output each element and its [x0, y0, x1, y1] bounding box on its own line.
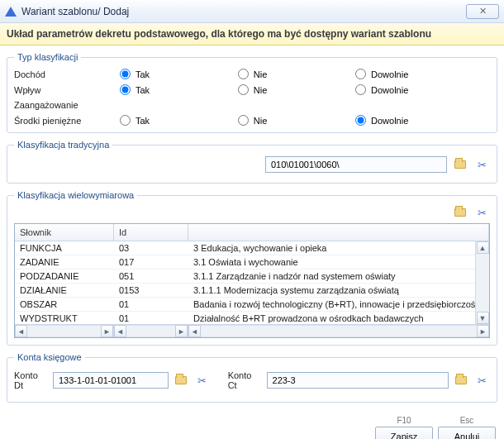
- srodki-dow[interactable]: Dowolnie: [355, 115, 490, 126]
- table-cell: 017: [114, 255, 188, 269]
- row-srodki-label: Środki pieniężne: [14, 116, 113, 126]
- ct-browse-button[interactable]: [454, 373, 469, 388]
- app-triangle-icon: [5, 7, 17, 17]
- mw-browse-button[interactable]: [452, 205, 468, 220]
- trad-browse-button[interactable]: [452, 157, 468, 172]
- folder-icon: [455, 376, 467, 384]
- table-cell: 0153: [114, 284, 188, 297]
- row-wplyw-label: Wpływ: [14, 85, 113, 95]
- table-cell: Badania i rozwój technologiczny (B+RT), …: [188, 298, 489, 311]
- wplyw-dow[interactable]: Dowolnie: [355, 84, 490, 95]
- table-cell: 01: [114, 298, 188, 311]
- dochod-nie[interactable]: Nie: [238, 69, 349, 79]
- col-id[interactable]: Id: [114, 224, 188, 241]
- table-cell: 051: [114, 270, 188, 283]
- typ-legend: Typ klasyfikacji: [14, 52, 81, 62]
- window-title: Wariant szablonu/ Dodaj: [21, 6, 129, 17]
- mw-table: Słownik Id FUNKCJA033 Edukacja, wychowan…: [14, 223, 490, 338]
- table-row[interactable]: ZADANIE0173.1 Oświata i wychowanie: [15, 255, 489, 270]
- table-cell: ZADANIE: [15, 255, 114, 269]
- folder-icon: [175, 376, 187, 384]
- trad-input[interactable]: [265, 156, 447, 173]
- table-cell: WYDSTRUKT: [15, 312, 114, 324]
- close-icon: ✕: [479, 6, 487, 17]
- table-cell: 3.1.1 Zarządzanie i nadzór nad systemem …: [188, 270, 489, 283]
- row-dochod-label: Dochód: [14, 69, 113, 79]
- save-button[interactable]: Zapisz: [375, 427, 433, 439]
- table-cell: OBSZAR: [15, 298, 114, 311]
- table-row[interactable]: DZIAŁANIE01533.1.1.1 Modernizacja system…: [15, 284, 489, 298]
- table-cell: 03: [114, 241, 188, 255]
- scissors-icon: ✂: [478, 375, 487, 386]
- scroll-down-icon[interactable]: ▼: [477, 312, 489, 324]
- dochod-tak[interactable]: Tak: [120, 69, 231, 79]
- table-cell: 3.1 Oświata i wychowanie: [188, 255, 489, 269]
- dt-cut-button[interactable]: ✂: [194, 373, 210, 388]
- table-cell: DZIAŁANIE: [15, 284, 114, 297]
- ct-cut-button[interactable]: ✂: [474, 373, 490, 388]
- folder-icon: [454, 208, 466, 217]
- row-zaang-label: Zaangażowanie: [14, 100, 113, 110]
- mw-legend: Klasyfikacja wielowymiarowa: [14, 190, 137, 200]
- konto-dt-input[interactable]: [53, 372, 169, 389]
- table-row[interactable]: FUNKCJA033 Edukacja, wychowanie i opieka: [15, 241, 489, 255]
- table-row[interactable]: OBSZAR01Badania i rozwój technologiczny …: [15, 298, 489, 312]
- table-vertical-scrollbar[interactable]: ▲ ▼: [475, 241, 489, 324]
- konto-ct-input[interactable]: [267, 372, 449, 389]
- hscroll-slownik[interactable]: ◄►: [15, 325, 114, 337]
- table-cell: FUNKCJA: [15, 241, 114, 255]
- srodki-nie[interactable]: Nie: [238, 115, 349, 126]
- mw-cut-button[interactable]: ✂: [473, 205, 490, 220]
- konta-group: Konta księgowe Konto Dt ✂ Konto Ct ✂: [7, 352, 497, 403]
- table-cell: 3 Edukacja, wychowanie i opieka: [188, 241, 489, 255]
- table-cell: PODZADANIE: [15, 270, 114, 283]
- wplyw-tak[interactable]: Tak: [120, 84, 231, 95]
- table-row[interactable]: WYDSTRUKT01Działalność B+RT prowadzona w…: [15, 312, 489, 324]
- typ-klasyfikacji-group: Typ klasyfikacji Dochód Tak Nie Dowolnie…: [7, 52, 497, 133]
- dochod-dow[interactable]: Dowolnie: [355, 69, 490, 79]
- scissors-icon: ✂: [478, 160, 487, 170]
- wplyw-nie[interactable]: Nie: [238, 84, 349, 95]
- konto-ct-label: Konto Ct: [228, 370, 262, 390]
- table-cell: 01: [114, 312, 188, 324]
- dt-browse-button[interactable]: [174, 373, 189, 388]
- cancel-button[interactable]: Anuluj: [438, 427, 496, 439]
- window-close-button[interactable]: ✕: [466, 4, 499, 19]
- konta-legend: Konta księgowe: [14, 352, 85, 362]
- hscroll-id[interactable]: ◄►: [114, 325, 188, 337]
- col-slownik[interactable]: Słownik: [15, 224, 114, 241]
- trad-cut-button[interactable]: ✂: [473, 157, 490, 172]
- scroll-up-icon[interactable]: ▲: [477, 241, 489, 254]
- page-header: Układ parametrów dekretu podstawowego, d…: [0, 23, 504, 45]
- table-row[interactable]: PODZADANIE0513.1.1 Zarządzanie i nadzór …: [15, 270, 489, 284]
- klas-tradycyjna-group: Klasyfikacja tradycyjna ✂: [7, 140, 497, 184]
- table-cell: 3.1.1.1 Modernizacja systemu zarządzania…: [188, 284, 489, 297]
- titlebar: Wariant szablonu/ Dodaj ✕: [0, 0, 504, 23]
- folder-icon: [454, 160, 466, 169]
- scissors-icon: ✂: [478, 208, 487, 218]
- table-cell: Działalność B+RT prowadzona w ośrodkach …: [188, 312, 489, 324]
- hscroll-desc[interactable]: ◄►: [188, 325, 489, 337]
- cancel-hint: Esc: [460, 416, 474, 425]
- scissors-icon: ✂: [197, 375, 207, 386]
- save-hint: F10: [397, 416, 411, 425]
- col-desc[interactable]: [188, 224, 489, 241]
- konto-dt-label: Konto Dt: [14, 370, 48, 390]
- trad-legend: Klasyfikacja tradycyjna: [14, 140, 112, 150]
- srodki-tak[interactable]: Tak: [120, 115, 231, 126]
- klas-wielowymiarowa-group: Klasyfikacja wielowymiarowa ✂ Słownik Id…: [7, 190, 497, 346]
